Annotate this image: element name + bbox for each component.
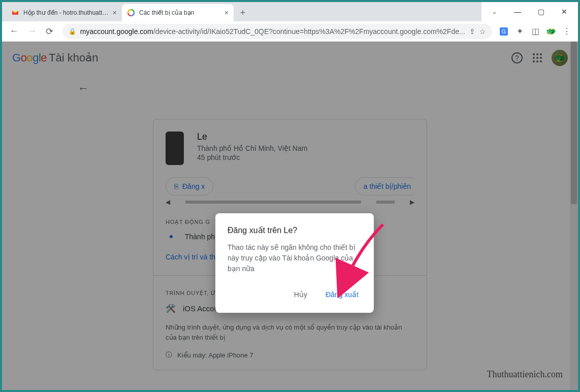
tab-gmail[interactable]: Hộp thư đến - hotro.thuthuattien ×	[6, 4, 122, 21]
chevron-down-icon[interactable]: ⌄	[482, 4, 506, 20]
browser-window: Hộp thư đến - hotro.thuthuattien × Các t…	[2, 2, 578, 390]
dialog-title: Đăng xuất trên Le?	[228, 225, 362, 235]
sidepanel-icon[interactable]: ◫	[529, 24, 542, 39]
dialog-body: Thao tác này sẽ ngăn không cho thiết bị …	[228, 242, 362, 274]
cancel-button[interactable]: Hủy	[291, 288, 310, 301]
back-button[interactable]: ←	[6, 23, 22, 40]
share-icon[interactable]: ⇪	[469, 27, 475, 36]
url-text: myaccount.google.com/device-activity/id/…	[80, 27, 465, 36]
signout-dialog: Đăng xuất trên Le? Thao tác này sẽ ngăn …	[215, 213, 374, 313]
reload-button[interactable]: ⟳	[42, 23, 57, 40]
close-icon[interactable]: ×	[113, 9, 117, 17]
menu-icon[interactable]: ⋮	[560, 24, 574, 39]
tab-title: Các thiết bị của bạn	[139, 9, 220, 16]
tab-title: Hộp thư đến - hotro.thuthuattien	[23, 9, 109, 16]
star-icon[interactable]: ☆	[479, 27, 486, 36]
confirm-button[interactable]: Đăng xuất	[323, 288, 362, 301]
extensions-icon[interactable]: ✦	[513, 24, 527, 39]
tab-strip: Hộp thư đến - hotro.thuthuattien × Các t…	[2, 2, 481, 21]
new-tab-button[interactable]: +	[236, 6, 250, 20]
minimize-button[interactable]: —	[506, 4, 529, 20]
gmail-icon	[11, 9, 19, 17]
page-viewport: Google Tài khoản ? 🐲 ← Le Thành phố Hồ C…	[2, 42, 578, 390]
close-button[interactable]: ✕	[553, 4, 576, 20]
profile-icon[interactable]: 🐲	[544, 24, 558, 39]
tab-devices[interactable]: Các thiết bị của bạn ×	[122, 4, 234, 21]
forward-button[interactable]: →	[24, 23, 40, 40]
translate-icon[interactable]: G	[497, 24, 511, 39]
maximize-button[interactable]: ▢	[529, 4, 553, 20]
lock-icon: 🔒	[69, 28, 76, 35]
svg-text:G: G	[502, 28, 506, 35]
google-icon	[127, 9, 135, 17]
browser-toolbar: ← → ⟳ 🔒 myaccount.google.com/device-acti…	[2, 21, 578, 42]
dialog-actions: Hủy Đăng xuất	[228, 288, 362, 301]
watermark: Thuthuattienich.com	[487, 369, 563, 380]
close-icon[interactable]: ×	[224, 9, 229, 17]
address-bar[interactable]: 🔒 myaccount.google.com/device-activity/i…	[62, 24, 492, 39]
